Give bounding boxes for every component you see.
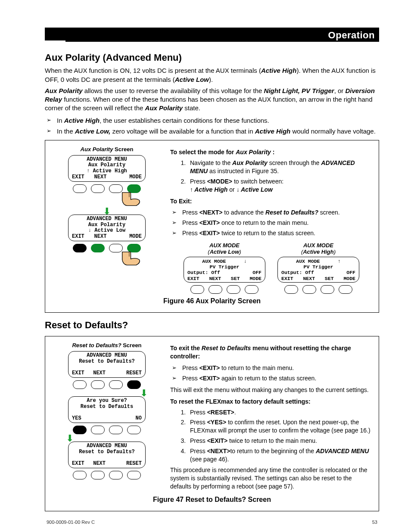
exit-reset-steps: Press <EXIT> to return to the main menu.… xyxy=(170,364,373,383)
oval-button-active xyxy=(91,244,105,252)
oval-button xyxy=(73,471,87,479)
para-2: Aux Polarity allows the user to reverse … xyxy=(45,87,379,113)
list-item: Press <EXIT> twice to return to the main… xyxy=(187,437,373,445)
figure-46-caption: Figure 46 Aux Polarity Screen xyxy=(51,296,373,306)
page: Operation Aux Polarity (Advanced Menu) W… xyxy=(0,0,411,532)
exit-steps: Press <NEXT> to advance the Reset to Def… xyxy=(170,208,373,237)
list-item: Press <MODE> to switch between: ↑ Active… xyxy=(187,177,373,194)
aux-mode-low: AUX MODE((Active Low)Active Low) AUX MOD… xyxy=(184,243,265,295)
oval-button xyxy=(245,285,258,294)
oval-button-active xyxy=(73,426,87,434)
list-item: Press <NEXT> to advance the Reset to Def… xyxy=(182,208,373,217)
figure-46-left: Aux Polarity Screen ADVANCED MENU Aux Po… xyxy=(51,145,162,295)
page-number: 53 xyxy=(372,519,377,526)
list-item: Navigate to the Aux Polarity screen thro… xyxy=(187,159,373,175)
aux-mode-high: AUX MODE(Active High) AUX MODE ↑ PV Trig… xyxy=(277,243,359,295)
lcd-reset-1: ADVANCED MENU Reset to Defaults? EXITNEX… xyxy=(68,351,146,378)
oval-button xyxy=(91,184,105,193)
screen-title: Aux Polarity Screen xyxy=(81,146,134,153)
exit-note: This will exit the menu without making a… xyxy=(170,386,373,394)
oval-button xyxy=(284,285,298,294)
lcd-screen-low: ADVANCED MENU Aux Polarity ↓ Active Low … xyxy=(68,215,146,241)
screen-title: Reset to Defaults? Screen xyxy=(72,342,141,349)
oval-button xyxy=(109,426,123,434)
aux-polarity-bullets: In Active High, the user establishes cer… xyxy=(45,116,379,136)
lcd-aux-low: AUX MODE ↓ PV Trigger Output: OffOFF EXI… xyxy=(184,257,265,283)
oval-button xyxy=(91,426,105,434)
oval-button xyxy=(302,285,316,294)
aux-polarity-heading: Aux Polarity (Advanced Menu) xyxy=(45,51,379,64)
oval-button xyxy=(73,244,87,252)
oval-button xyxy=(73,184,87,193)
list-item: Press <EXIT> twice to return to the stat… xyxy=(182,229,373,237)
oval-button xyxy=(227,285,240,294)
lcd-reset-3: ADVANCED MENU Reset to Defaults? EXITNEX… xyxy=(68,442,146,468)
lcd-screen-high: ADVANCED MENU Aux Polarity ↑ Active High… xyxy=(68,155,146,182)
select-mode-steps: Navigate to the Aux Polarity screen thro… xyxy=(170,159,373,194)
down-arrow-icon: ⬇ xyxy=(103,209,111,214)
exit-reset-heading: To exit the Reset to Defaults menu witho… xyxy=(170,344,373,361)
oval-button-active xyxy=(127,380,141,389)
list-item: Press <EXIT> once to return to the main … xyxy=(182,219,373,227)
list-item: Press <NEXT>to return to the beginning o… xyxy=(187,447,373,464)
figure-47-right: To exit the Reset to Defaults menu witho… xyxy=(170,341,373,493)
footer: 900-0009-01-00 Rev C 53 xyxy=(45,519,379,526)
list-item: Press <RESET>. xyxy=(187,408,373,417)
list-item: Press <YES> to confirm the reset. Upon t… xyxy=(187,418,373,435)
reset-note: This procedure is recommended any time t… xyxy=(170,466,373,491)
lcd-aux-high: AUX MODE ↑ PV Trigger Output: OffOFF EXI… xyxy=(277,257,359,283)
reset-factory-heading: To reset the FLEXmax to factory default … xyxy=(170,398,373,406)
list-item: Press <EXIT> to return to the main menu. xyxy=(182,364,373,372)
figure-46-right: To select the mode for Aux Polarity : Na… xyxy=(170,145,373,295)
figure-46-box: Aux Polarity Screen ADVANCED MENU Aux Po… xyxy=(45,140,379,313)
para-1: When the AUX function is ON, 12 volts DC… xyxy=(45,66,379,84)
oval-button xyxy=(321,285,334,294)
down-arrow-icon: ⬇ xyxy=(140,391,148,395)
oval-button xyxy=(109,471,123,479)
oval-button xyxy=(209,285,222,294)
list-item: Press <EXIT> again to return to the stat… xyxy=(182,374,373,383)
aux-mode-mini-screens: AUX MODE((Active Low)Active Low) AUX MOD… xyxy=(170,243,373,295)
oval-button xyxy=(91,471,105,479)
select-mode-heading: To select the mode for Aux Polarity : xyxy=(170,148,373,156)
oval-button xyxy=(73,380,87,389)
list-item: In Active High, the user establishes cer… xyxy=(57,116,379,125)
doc-rev: 900-0009-01-00 Rev C xyxy=(47,519,95,526)
figure-47-box: Reset to Defaults? Screen ADVANCED MENU … xyxy=(45,336,379,511)
to-exit-heading: To Exit: xyxy=(170,197,373,205)
oval-button xyxy=(127,471,141,479)
section-title: Operation xyxy=(65,28,379,42)
oval-button xyxy=(190,285,204,294)
header: Operation xyxy=(45,28,379,42)
down-arrow-icon: ⬇ xyxy=(66,436,74,441)
oval-button xyxy=(127,426,141,434)
oval-button xyxy=(109,380,123,389)
header-block xyxy=(45,28,65,40)
figure-47-caption: Figure 47 Reset to Defaults? Screen xyxy=(51,495,373,504)
hand-pointer-icon xyxy=(119,247,143,267)
reset-steps: Press <RESET>. Press <YES> to confirm th… xyxy=(170,408,373,464)
list-item: In the Active Low, zero voltage will be … xyxy=(57,127,379,136)
oval-button xyxy=(91,380,105,389)
reset-heading: Reset to Defaults? xyxy=(45,319,379,332)
oval-button xyxy=(339,285,352,294)
hand-pointer-icon xyxy=(119,188,143,207)
figure-47-left: Reset to Defaults? Screen ADVANCED MENU … xyxy=(51,341,162,493)
lcd-reset-confirm: Are you Sure? Reset to Defaults YES NO xyxy=(68,396,146,423)
